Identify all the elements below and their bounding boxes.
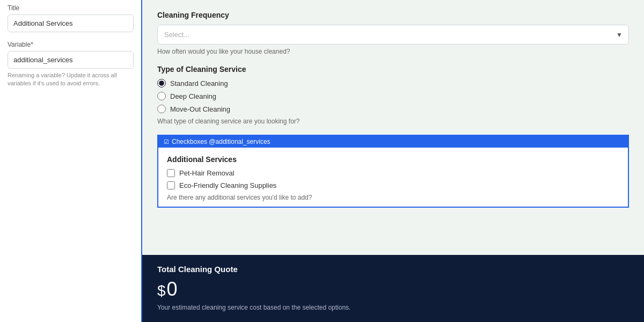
checkboxes-header: ☑ Checkboxes @additional_services (158, 136, 628, 148)
variable-label: Variable* (8, 41, 134, 48)
radio-item-standard[interactable]: Standard Cleaning (157, 79, 629, 87)
cleaning-frequency-hint: How often would you like your house clea… (157, 48, 629, 55)
cleaning-type-hint: What type of cleaning service are you lo… (157, 118, 629, 125)
quote-section: Total Cleaning Quote $ 0 Your estimated … (142, 255, 644, 322)
title-field-group: Title (8, 4, 134, 32)
variable-field-group: Variable* Renaming a variable? Update it… (8, 41, 134, 88)
right-panel: Cleaning Frequency Select... Weekly Bi-W… (142, 0, 644, 322)
quote-dollar-sign: $ (157, 282, 166, 299)
checkbox-pethair-label: Pet-Hair Removal (179, 169, 235, 177)
checkboxes-hint: Are there any additional services you'd … (167, 194, 619, 201)
radio-item-deep[interactable]: Deep Cleaning (157, 92, 629, 100)
cleaning-frequency-section: Cleaning Frequency Select... Weekly Bi-W… (157, 11, 629, 55)
radio-moveout-label: Move-Out Cleaning (170, 105, 230, 113)
cleaning-frequency-select-wrapper: Select... Weekly Bi-Weekly Monthly One-T… (157, 25, 629, 45)
radio-standard-label: Standard Cleaning (170, 79, 228, 87)
checkbox-item-pethair[interactable]: Pet-Hair Removal (167, 169, 619, 177)
cleaning-type-label: Type of Cleaning Service (157, 65, 629, 74)
checkboxes-header-label: Checkboxes @additional_services (172, 138, 270, 145)
checkbox-ecofriendly[interactable] (167, 181, 175, 189)
radio-moveout[interactable] (157, 105, 166, 113)
checkbox-item-ecofriendly[interactable]: Eco-Friendly Cleaning Supplies (167, 181, 619, 189)
quote-hint: Your estimated cleaning service cost bas… (157, 304, 629, 311)
form-area: Cleaning Frequency Select... Weekly Bi-W… (142, 0, 644, 255)
radio-item-moveout[interactable]: Move-Out Cleaning (157, 105, 629, 113)
cleaning-frequency-select[interactable]: Select... Weekly Bi-Weekly Monthly One-T… (157, 25, 629, 45)
checkboxes-body: Additional Services Pet-Hair Removal Eco… (158, 148, 628, 207)
radio-deep-label: Deep Cleaning (170, 92, 216, 100)
title-label: Title (8, 4, 134, 12)
variable-helper-text: Renaming a variable? Update it across al… (8, 71, 134, 88)
cleaning-type-radio-group: Standard Cleaning Deep Cleaning Move-Out… (157, 79, 629, 113)
checkboxes-block: ☑ Checkboxes @additional_services Additi… (157, 135, 629, 208)
checkbox-pethair[interactable] (167, 169, 175, 177)
cleaning-frequency-label: Cleaning Frequency (157, 11, 629, 19)
checkbox-ecofriendly-label: Eco-Friendly Cleaning Supplies (179, 181, 276, 189)
left-panel: Title Variable* Renaming a variable? Upd… (0, 0, 142, 322)
checkbox-header-icon: ☑ (164, 138, 169, 145)
radio-deep[interactable] (157, 92, 166, 100)
title-input[interactable] (8, 14, 134, 32)
quote-amount: $ 0 (157, 278, 629, 301)
radio-standard[interactable] (157, 79, 166, 87)
variable-input[interactable] (8, 51, 134, 69)
quote-value: 0 (167, 278, 178, 301)
cleaning-type-section: Type of Cleaning Service Standard Cleani… (157, 65, 629, 125)
quote-title: Total Cleaning Quote (157, 265, 629, 274)
checkboxes-title: Additional Services (167, 155, 619, 164)
